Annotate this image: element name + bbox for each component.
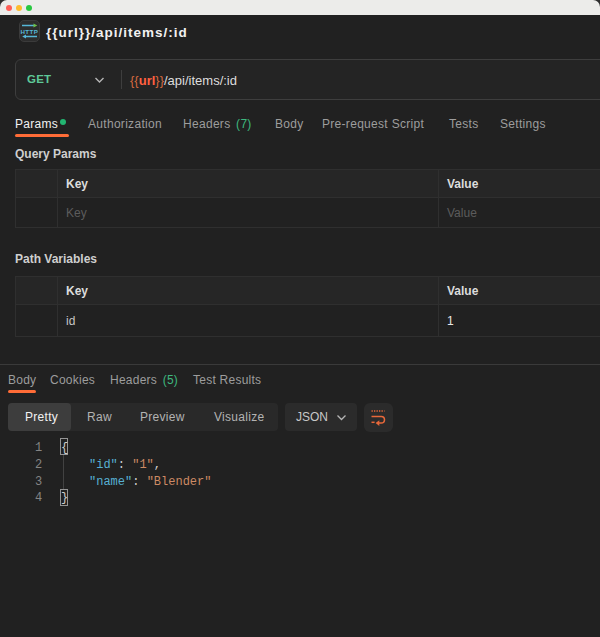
- svg-text:HTTP: HTTP: [20, 28, 38, 35]
